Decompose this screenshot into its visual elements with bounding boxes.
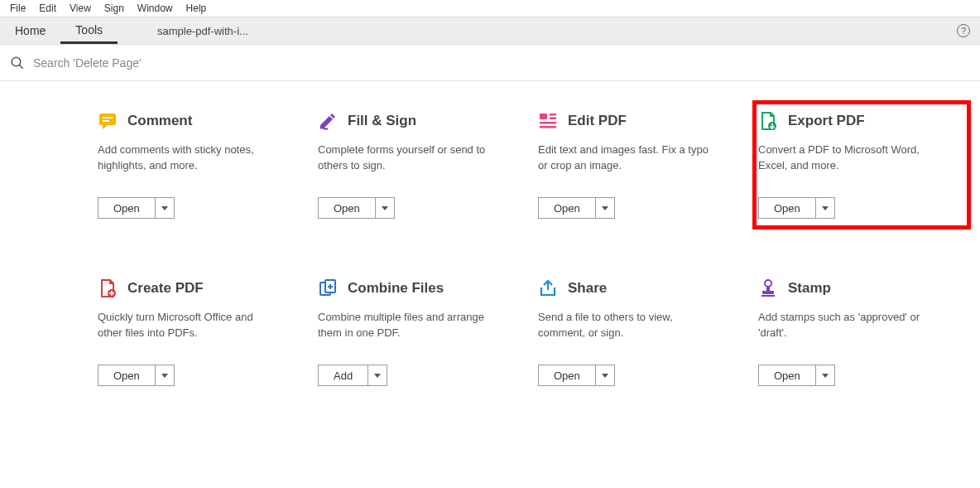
- chevron-down-icon: [822, 374, 829, 378]
- tool-description: Add comments with sticky notes, highligh…: [98, 143, 276, 174]
- action-dropdown-button[interactable]: [156, 198, 174, 218]
- open-button[interactable]: Open: [98, 365, 156, 385]
- action-dropdown-button[interactable]: [816, 365, 834, 385]
- chevron-down-icon: [161, 374, 168, 378]
- tool-description: Add stamps such as 'approved' or 'draft'…: [758, 310, 936, 341]
- chevron-down-icon: [602, 206, 608, 210]
- chevron-down-icon: [161, 206, 168, 210]
- tools-content: CommentAdd comments with sticky notes, h…: [0, 81, 980, 391]
- tool-description: Combine multiple files and arrange them …: [318, 310, 496, 341]
- open-button[interactable]: Open: [759, 198, 816, 218]
- search-icon: [10, 56, 25, 70]
- tool-stamp: StampAdd stamps such as 'approved' or 'd…: [758, 273, 965, 391]
- edit-pdf-icon: [538, 111, 558, 131]
- tool-title: Fill & Sign: [348, 113, 416, 129]
- action-dropdown-button[interactable]: [596, 365, 614, 385]
- tab-document[interactable]: sample-pdf-with-i...: [142, 17, 263, 44]
- tool-create-pdf: Create PDFQuickly turn Microsoft Office …: [98, 273, 305, 391]
- tool-action-group: Add: [318, 365, 387, 386]
- tab-tools[interactable]: Tools: [60, 17, 118, 44]
- open-button[interactable]: Open: [98, 198, 156, 218]
- svg-rect-10: [550, 118, 556, 120]
- share-icon: [538, 278, 558, 298]
- tool-title: Combine Files: [348, 280, 444, 297]
- action-dropdown-button[interactable]: [596, 198, 614, 218]
- tool-combine-files: Combine FilesCombine multiple files and …: [318, 273, 525, 391]
- tool-title: Edit PDF: [568, 113, 627, 129]
- tool-export-pdf: Export PDFConvert a PDF to Microsoft Wor…: [758, 106, 965, 224]
- menu-window[interactable]: Window: [131, 1, 180, 16]
- tool-title: Share: [568, 280, 607, 297]
- add-button[interactable]: Add: [319, 365, 368, 385]
- open-button[interactable]: Open: [539, 198, 596, 218]
- chevron-down-icon: [382, 206, 388, 210]
- tool-head: Edit PDF: [538, 111, 740, 131]
- svg-rect-6: [540, 114, 547, 119]
- tool-head: Stamp: [758, 278, 960, 298]
- tool-comment: CommentAdd comments with sticky notes, h…: [98, 106, 305, 224]
- svg-line-1: [19, 65, 23, 69]
- combine-files-icon: [318, 278, 338, 298]
- menu-file[interactable]: File: [3, 1, 32, 16]
- menu-help[interactable]: Help: [180, 1, 214, 16]
- tool-head: Comment: [98, 111, 300, 131]
- tool-description: Send a file to others to view, comment, …: [538, 310, 716, 341]
- search-input[interactable]: [33, 56, 364, 70]
- tab-bar: Home Tools sample-pdf-with-i... ?: [0, 17, 980, 45]
- search-row: [0, 45, 980, 81]
- menu-bar: File Edit View Sign Window Help: [0, 0, 980, 17]
- tool-title: Comment: [127, 113, 192, 129]
- open-button[interactable]: Open: [539, 365, 596, 385]
- svg-marker-3: [103, 125, 108, 129]
- menu-sign[interactable]: Sign: [98, 1, 131, 16]
- svg-rect-22: [762, 291, 774, 294]
- tool-edit-pdf: Edit PDFEdit text and images fast. Fix a…: [538, 106, 745, 224]
- tool-action-group: Open: [98, 365, 175, 386]
- comment-icon: [98, 111, 118, 131]
- svg-rect-8: [540, 126, 556, 128]
- chevron-down-icon: [602, 374, 608, 378]
- open-button[interactable]: Open: [759, 365, 816, 385]
- svg-rect-7: [540, 122, 556, 124]
- svg-rect-21: [766, 286, 770, 291]
- tool-head: Combine Files: [318, 278, 520, 298]
- tool-fill-sign: Fill & SignComplete forms yourself or se…: [318, 106, 525, 224]
- tool-head: Share: [538, 278, 740, 298]
- tool-action-group: Open: [98, 197, 175, 219]
- tool-description: Convert a PDF to Microsoft Word, Excel, …: [758, 143, 936, 174]
- tool-head: Export PDF: [758, 111, 960, 131]
- svg-point-20: [765, 280, 771, 287]
- tool-title: Create PDF: [127, 280, 204, 297]
- fill-sign-icon: [318, 111, 338, 131]
- svg-rect-2: [99, 114, 116, 125]
- tool-description: Complete forms yourself or send to other…: [318, 143, 496, 174]
- tool-action-group: Open: [538, 365, 615, 386]
- tool-title: Export PDF: [788, 113, 865, 129]
- menu-edit[interactable]: Edit: [32, 1, 63, 16]
- svg-point-0: [12, 57, 21, 66]
- action-dropdown-button[interactable]: [156, 365, 174, 385]
- tool-description: Edit text and images fast. Fix a typo or…: [538, 143, 716, 174]
- tool-grid: CommentAdd comments with sticky notes, h…: [98, 106, 930, 391]
- stamp-icon: [758, 278, 778, 298]
- tool-action-group: Open: [538, 197, 615, 219]
- action-dropdown-button[interactable]: [376, 198, 394, 218]
- tool-action-group: Open: [318, 197, 395, 219]
- tool-share: ShareSend a file to others to view, comm…: [538, 273, 745, 391]
- tool-head: Fill & Sign: [318, 111, 520, 131]
- tool-description: Quickly turn Microsoft Office and other …: [98, 310, 276, 341]
- chevron-down-icon: [822, 206, 829, 210]
- chevron-down-icon: [374, 374, 381, 378]
- tool-action-group: Open: [758, 365, 835, 386]
- menu-view[interactable]: View: [63, 1, 98, 16]
- export-pdf-icon: [758, 111, 778, 131]
- action-dropdown-button[interactable]: [816, 198, 834, 218]
- action-dropdown-button[interactable]: [368, 365, 387, 385]
- tool-title: Stamp: [788, 280, 831, 297]
- help-icon[interactable]: ?: [957, 24, 970, 37]
- create-pdf-icon: [98, 278, 118, 298]
- tool-head: Create PDF: [98, 278, 300, 298]
- open-button[interactable]: Open: [319, 198, 376, 218]
- tab-home[interactable]: Home: [0, 17, 60, 44]
- svg-rect-9: [550, 114, 556, 116]
